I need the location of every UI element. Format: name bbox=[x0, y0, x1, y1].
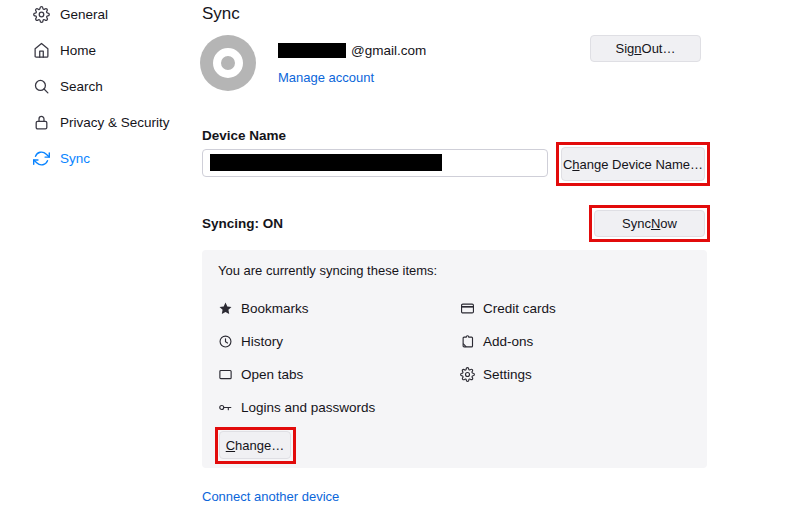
sidebar-item-privacy-security[interactable]: Privacy & Security bbox=[33, 111, 170, 133]
sync-item-label: Credit cards bbox=[483, 301, 556, 316]
avatar bbox=[200, 35, 256, 91]
history-clock-icon bbox=[218, 334, 233, 349]
lock-icon bbox=[33, 114, 50, 131]
sync-item-credit-cards: Credit cards bbox=[460, 300, 556, 317]
sign-out-button[interactable]: Sign Out… bbox=[590, 35, 701, 62]
account-email-row: @gmail.com bbox=[278, 43, 426, 58]
sync-item-addons: Add-ons bbox=[460, 333, 533, 350]
sync-item-label: Settings bbox=[483, 367, 532, 382]
sync-item-label: Add-ons bbox=[483, 334, 533, 349]
sidebar-item-label: General bbox=[60, 7, 108, 22]
sync-item-bookmarks: Bookmarks bbox=[218, 300, 309, 317]
connect-another-device-link[interactable]: Connect another device bbox=[202, 489, 339, 504]
sync-item-history: History bbox=[218, 333, 283, 350]
redacted-device-name bbox=[210, 154, 442, 171]
gear-icon bbox=[33, 6, 50, 23]
sync-items-intro: You are currently syncing these items: bbox=[218, 263, 437, 278]
sidebar-item-label: Privacy & Security bbox=[60, 115, 170, 130]
sidebar-item-label: Search bbox=[60, 79, 103, 94]
addons-puzzle-icon bbox=[460, 334, 475, 349]
sync-item-label: History bbox=[241, 334, 283, 349]
settings-gear-icon bbox=[460, 367, 475, 382]
sync-item-logins-passwords: Logins and passwords bbox=[218, 399, 375, 416]
manage-account-link[interactable]: Manage account bbox=[278, 70, 374, 85]
sync-item-label: Open tabs bbox=[241, 367, 303, 382]
avatar-letter-o bbox=[213, 48, 243, 78]
sidebar-item-sync[interactable]: Sync bbox=[33, 147, 90, 169]
sync-now-button[interactable]: Sync Now bbox=[594, 210, 705, 237]
open-tabs-icon bbox=[218, 367, 233, 382]
sidebar-item-label: Sync bbox=[60, 151, 90, 166]
email-domain: @gmail.com bbox=[351, 43, 426, 58]
sync-item-settings: Settings bbox=[460, 366, 532, 383]
change-sync-items-button[interactable]: Change… bbox=[219, 431, 291, 459]
sidebar-item-search[interactable]: Search bbox=[33, 75, 103, 97]
bookmark-star-icon bbox=[218, 301, 233, 316]
device-name-input[interactable] bbox=[202, 149, 548, 177]
sidebar-item-label: Home bbox=[60, 43, 96, 58]
search-icon bbox=[33, 78, 50, 95]
sync-item-label: Bookmarks bbox=[241, 301, 309, 316]
sync-icon bbox=[33, 150, 50, 167]
home-icon bbox=[33, 42, 50, 59]
sync-item-open-tabs: Open tabs bbox=[218, 366, 303, 383]
sync-item-label: Logins and passwords bbox=[241, 400, 375, 415]
key-icon bbox=[218, 400, 233, 415]
credit-card-icon bbox=[460, 301, 475, 316]
sidebar-item-general[interactable]: General bbox=[33, 3, 108, 25]
syncing-status: Syncing: ON bbox=[202, 216, 283, 231]
page-title: Sync bbox=[202, 4, 240, 24]
sidebar-item-home[interactable]: Home bbox=[33, 39, 96, 61]
device-name-label: Device Name bbox=[202, 128, 286, 143]
change-device-name-button[interactable]: Change Device Name… bbox=[561, 147, 705, 181]
redacted-email bbox=[278, 43, 346, 58]
